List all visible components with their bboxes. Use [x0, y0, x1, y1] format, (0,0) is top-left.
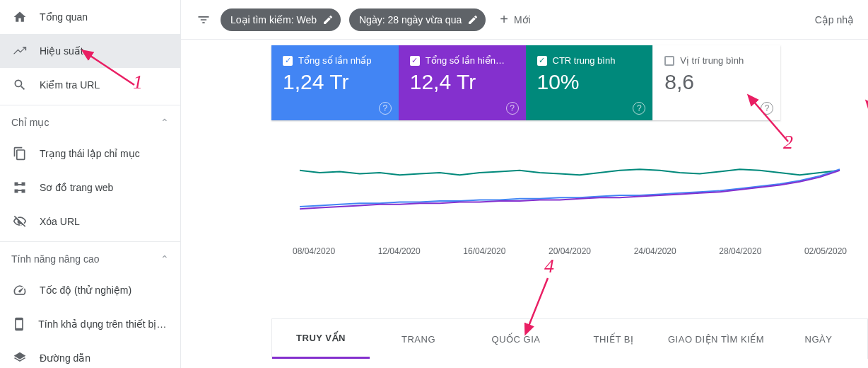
performance-chart: 08/04/202012/04/202016/04/202020/04/2020…	[271, 127, 868, 297]
tab-devices[interactable]: THIẾT BỊ	[565, 319, 662, 359]
add-filter-label: Mới	[514, 14, 531, 25]
sidebar-item-speed[interactable]: Tốc độ (thử nghiệm)	[0, 273, 180, 307]
checkbox-icon	[664, 56, 674, 66]
card-avg-ctr[interactable]: CTR trung bình 10% ?	[526, 45, 653, 120]
chart-svg	[271, 127, 868, 241]
pencil-icon	[467, 14, 479, 25]
dimension-tabs: TRUY VẤN TRANG QUỐC GIA THIẾT BỊ GIAO DI…	[272, 319, 867, 359]
tab-countries[interactable]: QUỐC GIA	[467, 319, 565, 359]
speed-icon	[11, 282, 28, 299]
sidebar-group-enhancements[interactable]: Tính năng nâng cao ⌃	[0, 245, 180, 273]
chevron-up-icon: ⌃	[160, 117, 169, 128]
layers-icon	[11, 350, 28, 367]
filter-chip-date[interactable]: Ngày: 28 ngày vừa qua	[349, 8, 486, 31]
sidebar-group-index[interactable]: Chỉ mục ⌃	[0, 108, 180, 137]
card-label: Tổng số lần nhấp	[298, 55, 372, 66]
sidebar: Tổng quan Hiệu suất Kiểm tra URL Chỉ mục…	[0, 0, 181, 368]
chip-label: Loại tìm kiếm: Web	[230, 14, 317, 25]
help-icon[interactable]: ?	[506, 102, 519, 115]
x-tick: 02/05/2020	[804, 246, 847, 256]
tab-search-appearance[interactable]: GIAO DIỆN TÌM KIẾM	[662, 319, 770, 359]
home-icon	[11, 8, 28, 25]
sidebar-item-label: Đường dẫn	[40, 352, 90, 364]
divider	[0, 105, 180, 105]
plus-icon: +	[500, 11, 508, 28]
sidebar-item-coverage[interactable]: Trạng thái lập chỉ mục	[0, 137, 180, 171]
sidebar-item-label: Tốc độ (thử nghiệm)	[40, 284, 131, 296]
card-label: CTR trung bình	[553, 55, 616, 66]
filter-icon[interactable]	[195, 11, 212, 28]
card-total-impressions[interactable]: Tổng số lần hiển… 12,4 Tr ?	[399, 45, 526, 120]
metric-cards: Tổng số lần nhấp 1,24 Tr ? Tổng số lần h…	[271, 45, 780, 120]
card-value: 12,4 Tr	[410, 70, 515, 94]
tab-dates[interactable]: NGÀY	[770, 319, 867, 359]
card-label: Tổng số lần hiển…	[426, 55, 505, 66]
card-value: 8,6	[664, 70, 769, 94]
sitemap-icon	[11, 179, 28, 196]
visibility-off-icon	[11, 213, 28, 230]
x-tick: 20/04/2020	[549, 246, 591, 256]
checkbox-icon	[537, 56, 547, 66]
sidebar-item-url-inspect[interactable]: Kiểm tra URL	[0, 68, 180, 102]
checkbox-icon	[410, 56, 420, 66]
sidebar-item-label: Sơ đồ trang web	[40, 182, 113, 193]
card-total-clicks[interactable]: Tổng số lần nhấp 1,24 Tr ?	[271, 45, 399, 120]
sidebar-item-label: Kiểm tra URL	[40, 79, 100, 91]
card-value: 1,24 Tr	[283, 70, 387, 94]
sidebar-item-label: Hiệu suất	[40, 45, 83, 57]
card-label: Vị trí trung bình	[680, 55, 744, 66]
chart-line-icon	[11, 42, 28, 59]
add-filter-button[interactable]: + Mới	[500, 11, 530, 28]
sidebar-item-removals[interactable]: Xóa URL	[0, 205, 180, 238]
sidebar-item-overview[interactable]: Tổng quan	[0, 0, 180, 34]
document-icon	[11, 145, 28, 162]
filter-bar: Loại tìm kiếm: Web Ngày: 28 ngày vừa qua…	[181, 0, 868, 40]
chip-label: Ngày: 28 ngày vừa qua	[359, 14, 462, 25]
search-icon	[11, 76, 28, 93]
filter-chip-search-type[interactable]: Loại tìm kiếm: Web	[221, 8, 341, 31]
sidebar-item-performance[interactable]: Hiệu suất	[0, 34, 180, 68]
help-icon[interactable]: ?	[379, 102, 392, 115]
tab-queries[interactable]: TRUY VẤN	[272, 319, 370, 359]
sidebar-item-mobile[interactable]: Tính khả dụng trên thiết bị di …	[0, 307, 180, 341]
card-value: 10%	[537, 70, 642, 94]
sidebar-item-label: Tổng quan	[40, 11, 88, 23]
x-tick: 16/04/2020	[463, 246, 505, 256]
chart-x-axis: 08/04/202012/04/202016/04/202020/04/2020…	[271, 246, 868, 256]
help-icon[interactable]: ?	[633, 102, 645, 115]
sidebar-item-label: Trạng thái lập chỉ mục	[40, 148, 140, 159]
chevron-up-icon: ⌃	[160, 253, 169, 265]
x-tick: 08/04/2020	[293, 246, 335, 256]
divider	[0, 241, 180, 242]
x-tick: 12/04/2020	[378, 246, 421, 256]
main-content: Loại tìm kiếm: Web Ngày: 28 ngày vừa qua…	[181, 0, 868, 368]
card-avg-position[interactable]: Vị trí trung bình 8,6 ?	[652, 45, 780, 120]
sidebar-item-sitemaps[interactable]: Sơ đồ trang web	[0, 171, 180, 205]
sidebar-item-breadcrumbs[interactable]: Đường dẫn	[0, 341, 180, 368]
sidebar-group-label: Tính năng nâng cao	[11, 253, 100, 265]
x-tick: 24/04/2020	[634, 246, 676, 256]
checkbox-icon	[283, 56, 293, 66]
tab-pages[interactable]: TRANG	[370, 319, 467, 359]
pencil-icon	[322, 14, 334, 25]
x-tick: 28/04/2020	[719, 246, 761, 256]
tabs-container: TRUY VẤN TRANG QUỐC GIA THIẾT BỊ GIAO DI…	[271, 318, 868, 359]
sidebar-item-label: Xóa URL	[40, 216, 80, 227]
mobile-icon	[11, 316, 27, 333]
sidebar-group-label: Chỉ mục	[11, 117, 49, 128]
help-icon[interactable]: ?	[761, 102, 773, 115]
last-updated-text: Cập nhậ	[815, 14, 854, 25]
sidebar-item-label: Tính khả dụng trên thiết bị di …	[38, 318, 169, 330]
